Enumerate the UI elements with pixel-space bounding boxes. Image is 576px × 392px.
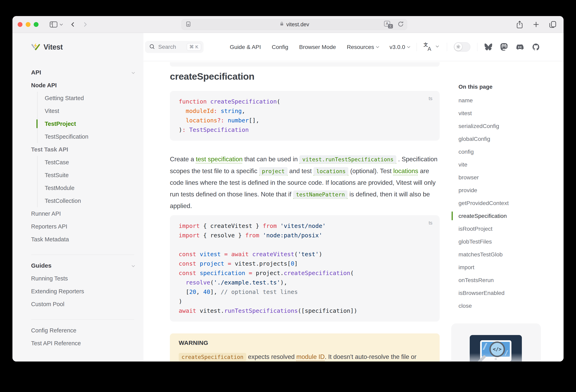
- share-icon[interactable]: [516, 20, 523, 29]
- sidebar-item-testcollection[interactable]: TestCollection: [45, 194, 134, 207]
- search-icon: [149, 44, 155, 50]
- outline-item-globalconfig[interactable]: globalConfig: [452, 132, 556, 145]
- sidebar-item-config-reference[interactable]: Config Reference: [31, 324, 134, 337]
- sidebar-item-testmodule[interactable]: TestModule: [45, 181, 134, 194]
- inline-code-link[interactable]: testNamePattern: [293, 191, 348, 199]
- sidebar-toggle-icon[interactable]: [50, 22, 57, 28]
- sidebar: Vitest APINode APIGetting StartedVitestT…: [12, 33, 144, 362]
- code-language-label: ts: [429, 218, 432, 228]
- nav-link-config[interactable]: Config: [272, 44, 288, 50]
- doc-link[interactable]: test specification: [196, 155, 243, 163]
- outline-active-marker: [452, 211, 453, 220]
- sidebar-item-task-metadata[interactable]: Task Metadata: [31, 233, 134, 246]
- outline-item-serializedconfig[interactable]: serializedConfig: [452, 120, 556, 132]
- sidebar-group-node-api[interactable]: Node API: [31, 79, 134, 92]
- outline-item-vitest[interactable]: vitest: [452, 107, 556, 120]
- sidebar-item-testsuite[interactable]: TestSuite: [45, 169, 134, 181]
- nav-link-browser-mode[interactable]: Browser Mode: [299, 44, 336, 50]
- outline-list: namevitestserializedConfigglobalConfigco…: [452, 94, 556, 312]
- outline-item-globtestfiles[interactable]: globTestFiles: [452, 235, 556, 248]
- chevron-down-icon[interactable]: [60, 23, 63, 26]
- chevron-down-icon: [132, 71, 135, 74]
- mastodon-icon[interactable]: [500, 43, 508, 51]
- outline-item-ontestsrerun[interactable]: onTestsRerun: [452, 274, 556, 286]
- sidebar-item-testproject[interactable]: TestProject: [45, 117, 134, 130]
- sidebar-item-custom-pool[interactable]: Custom Pool: [31, 298, 134, 311]
- close-window-button[interactable]: [18, 22, 23, 27]
- sidebar-nav: APINode APIGetting StartedVitestTestProj…: [12, 61, 144, 350]
- inline-code-link[interactable]: vitest.runTestSpecifications: [299, 155, 396, 164]
- sidebar-item-test-api-reference[interactable]: Test API Reference: [31, 337, 134, 350]
- nav-link-v3-0-0[interactable]: v3.0.0: [389, 44, 410, 50]
- minimize-window-button[interactable]: [26, 22, 30, 27]
- address-bar[interactable]: vitest.dev A文: [181, 19, 407, 30]
- new-tab-icon[interactable]: [532, 21, 540, 28]
- outline-item-import[interactable]: import: [452, 261, 556, 274]
- code-line: const specification = project.createSpec…: [179, 269, 431, 278]
- code-line: locations?: number[],: [179, 116, 431, 125]
- divider: [417, 43, 417, 51]
- social-links: [484, 43, 540, 51]
- theme-toggle[interactable]: [454, 42, 470, 52]
- sidebar-item-getting-started[interactable]: Getting Started: [45, 92, 134, 105]
- sidebar-group-test-task-api[interactable]: Test Task API: [31, 143, 134, 156]
- main-content: createSpecification ts function createSp…: [144, 61, 564, 362]
- doc-link[interactable]: locations: [393, 167, 418, 175]
- sidebar-item-runner-api[interactable]: Runner API: [31, 207, 134, 220]
- nav-links: Guide & APIConfigBrowser ModeResourcesv3…: [230, 44, 410, 50]
- doc-link[interactable]: module ID: [296, 353, 325, 360]
- reload-icon[interactable]: [397, 21, 404, 28]
- translate-icon[interactable]: A文: [384, 21, 393, 29]
- search-button[interactable]: Search ⌘ K: [145, 41, 203, 53]
- chevron-down-icon: [376, 45, 379, 48]
- outline-item-config[interactable]: config: [452, 145, 556, 158]
- sidebar-item-reporters-api[interactable]: Reporters API: [31, 220, 134, 233]
- warning-body: createSpecification expects resolved mod…: [179, 351, 431, 362]
- browser-toolbar: vitest.dev A文: [12, 16, 564, 33]
- sidebar-item-testspecification[interactable]: TestSpecification: [45, 130, 134, 143]
- sidebar-item-extending-reporters[interactable]: Extending Reporters: [31, 285, 134, 298]
- back-button[interactable]: [70, 22, 76, 28]
- chevron-down-icon: [407, 45, 410, 48]
- code-lines: import { createVitest } from 'vitest/nod…: [179, 221, 431, 316]
- github-icon[interactable]: [532, 43, 540, 51]
- text-run: that can be used in: [242, 155, 299, 163]
- chevron-down-icon: [132, 264, 135, 267]
- sun-icon: [455, 43, 462, 51]
- code-line: ): TestSpecification: [179, 125, 431, 135]
- description-paragraph: Create a test specification that can be …: [170, 153, 440, 212]
- outline-item-matchestestglob[interactable]: matchesTestGlob: [452, 248, 556, 261]
- outline-title: On this page: [459, 84, 492, 90]
- outline-item-close[interactable]: close: [452, 299, 556, 312]
- nav-link-guide-api[interactable]: Guide & API: [230, 44, 261, 50]
- outline-item-isrootproject[interactable]: isRootProject: [452, 222, 556, 235]
- tab-overview-icon[interactable]: [549, 21, 557, 29]
- brand[interactable]: Vitest: [12, 33, 144, 61]
- nav-link-resources[interactable]: Resources: [347, 44, 379, 50]
- inline-code-link[interactable]: project: [259, 167, 288, 176]
- sidebar-item-running-tests[interactable]: Running Tests: [31, 272, 134, 285]
- sidebar-section-api[interactable]: API: [31, 66, 134, 79]
- code-block-example: ts import { createVitest } from 'vitest/…: [170, 215, 440, 322]
- outline-item-getprovidedcontext[interactable]: getProvidedContext: [452, 197, 556, 210]
- outline-item-createspecification[interactable]: createSpecification: [452, 210, 556, 222]
- code-line: [20, 40], // optional test lines: [179, 287, 431, 297]
- sidebar-item-testcase[interactable]: TestCase: [45, 156, 134, 169]
- outline-item-isbrowserenabled[interactable]: isBrowserEnabled: [452, 286, 556, 299]
- outline-item-browser[interactable]: browser: [452, 171, 556, 184]
- ad-card[interactable]: </>: [451, 323, 541, 362]
- language-menu[interactable]: 文 A: [424, 42, 435, 52]
- sidebar-item-vitest[interactable]: Vitest: [45, 105, 134, 117]
- toolbar-right-actions: [516, 20, 557, 29]
- forward-button[interactable]: [82, 22, 88, 28]
- outline-item-vite[interactable]: vite: [452, 158, 556, 171]
- translate-glyph-a: A: [428, 46, 431, 52]
- outline-item-name[interactable]: name: [452, 94, 556, 107]
- zoom-window-button[interactable]: [34, 22, 38, 27]
- inline-code-link[interactable]: locations: [314, 167, 348, 176]
- discord-icon[interactable]: [516, 43, 524, 51]
- outline-item-provide[interactable]: provide: [452, 184, 556, 197]
- divider: [447, 43, 447, 51]
- bluesky-icon[interactable]: [484, 43, 492, 51]
- sidebar-section-guides[interactable]: Guides: [31, 259, 134, 272]
